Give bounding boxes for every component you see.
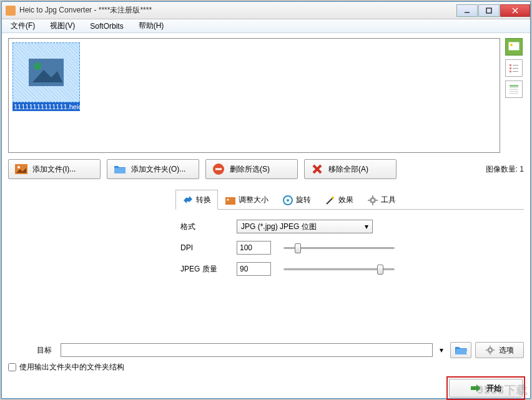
svg-rect-10 [510,64,511,66]
chevron-down-icon[interactable]: ▾ [436,346,446,354]
dest-label: 目标 [8,345,57,356]
svg-rect-36 [372,203,373,205]
view-list-button[interactable] [505,59,523,77]
remove-all-button[interactable]: 移除全部(A) [304,159,397,179]
folder-structure-checkbox[interactable]: 使用输出文件夹中的文件夹结构 [8,362,524,373]
svg-rect-18 [510,89,518,90]
minimize-button[interactable] [456,4,478,17]
tab-rotate[interactable]: 旋转 [275,190,318,210]
svg-rect-12 [510,67,511,69]
maximize-button[interactable] [478,4,500,17]
format-label: 格式 [180,222,237,232]
folder-icon [114,163,126,175]
close-button[interactable] [500,4,530,17]
svg-point-29 [227,198,229,200]
svg-rect-41 [490,346,491,348]
tab-tools[interactable]: 工具 [360,190,403,210]
checkbox-input[interactable] [8,363,16,371]
gear-icon [485,345,495,355]
quality-input[interactable] [237,262,271,276]
add-file-label: 添加文件(I)... [32,164,76,175]
remove-all-label: 移除全部(A) [328,164,368,175]
menu-view[interactable]: 视图(V) [44,19,81,32]
file-list-area[interactable]: 11111111111111.heic [8,38,500,153]
remove-icon [212,163,225,175]
svg-rect-15 [513,71,518,72]
tab-effects[interactable]: 效果 [318,190,360,210]
svg-line-32 [327,198,333,204]
svg-rect-17 [510,87,518,88]
tab-convert[interactable]: 转换 [175,190,218,210]
watermark: 9553下载 [477,383,528,398]
menubar: 文件(F) 视图(V) SoftOrbits 帮助(H) [2,19,530,33]
svg-rect-35 [372,195,373,197]
window-title: Heic to Jpg Converter - ****未注册版**** [19,5,456,16]
svg-point-22 [17,166,20,168]
svg-rect-42 [490,353,491,354]
add-folder-button[interactable]: 添加文件夹(O)... [107,159,199,179]
slider-thumb[interactable] [295,243,301,253]
tab-content: 格式 JPG (*.jpg) JPEG 位图 ▾ DPI JPEG 质量 [175,210,524,334]
remove-selected-label: 删除所选(S) [230,164,270,175]
svg-rect-25 [215,168,222,170]
view-thumbnails-button[interactable] [505,38,523,56]
tab-resize[interactable]: 调整大小 [218,190,275,210]
quality-slider[interactable] [283,263,395,275]
remove-selected-button[interactable]: 删除所选(S) [205,159,298,179]
delete-icon [311,163,323,175]
folder-open-icon [455,345,467,355]
svg-rect-11 [513,65,518,66]
rotate-icon [282,195,293,206]
titlebar: Heic to Jpg Converter - ****未注册版**** [2,2,530,19]
menu-file[interactable]: 文件(F) [4,19,41,32]
options-button[interactable]: 选项 [475,342,524,358]
svg-rect-20 [510,93,518,94]
svg-point-34 [372,199,374,202]
chevron-down-icon: ▾ [365,222,368,231]
convert-icon [182,194,194,205]
svg-rect-43 [486,349,488,351]
tabs: 转换 调整大小 旋转 效果 工具 [175,189,524,210]
svg-point-5 [34,62,41,70]
svg-rect-28 [225,197,235,205]
add-file-button[interactable]: 添加文件(I)... [8,159,101,179]
svg-rect-13 [513,68,518,69]
format-value: JPG (*.jpg) JPEG 位图 [241,222,317,232]
svg-point-8 [510,44,513,46]
dest-input[interactable] [61,343,433,357]
svg-rect-14 [510,71,511,72]
browse-folder-button[interactable] [450,342,471,358]
format-select[interactable]: JPG (*.jpg) JPEG 位图 ▾ [237,220,373,233]
image-icon [15,163,27,175]
resize-icon [225,195,236,206]
file-thumbnail[interactable]: 11111111111111.heic [12,42,80,111]
svg-point-40 [489,349,491,351]
thumbnail-filename: 11111111111111.heic [12,102,80,111]
svg-rect-19 [510,91,518,92]
menu-softorbits[interactable]: SoftOrbits [84,21,129,32]
svg-rect-38 [376,200,378,201]
svg-rect-37 [368,200,370,201]
app-icon [6,6,16,16]
svg-rect-16 [510,85,518,87]
dpi-slider[interactable] [283,241,395,254]
svg-point-31 [287,199,289,202]
dpi-input[interactable] [237,241,271,255]
slider-thumb[interactable] [377,265,383,275]
menu-help[interactable]: 帮助(H) [132,19,170,32]
wand-icon [325,195,336,206]
thumbnail-image-icon [12,42,80,102]
svg-rect-1 [486,8,491,13]
image-count: 图像数量: 1 [486,164,524,175]
gear-icon [367,195,378,206]
dpi-label: DPI [180,243,237,252]
quality-label: JPEG 质量 [180,264,237,275]
add-folder-label: 添加文件夹(O)... [131,164,185,175]
view-details-button[interactable] [505,80,523,98]
svg-rect-44 [493,349,495,351]
